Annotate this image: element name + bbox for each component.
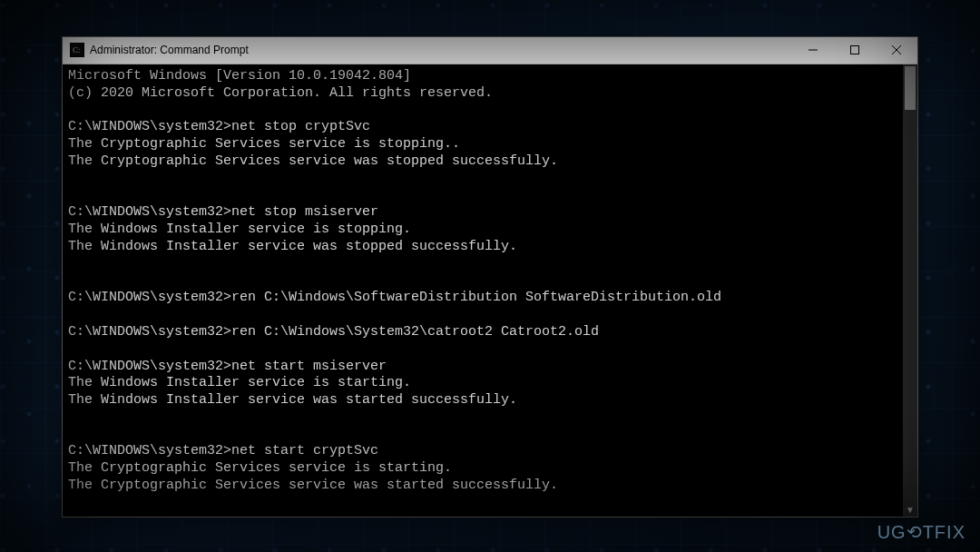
terminal-line: The Cryptographic Services service was s… bbox=[68, 153, 897, 171]
terminal-line: The Windows Installer service was starte… bbox=[68, 392, 897, 409]
window-titlebar[interactable]: C: Administrator: Command Prompt bbox=[63, 37, 917, 64]
terminal-line: C:\WINDOWS\system32>net stop cryptSvc bbox=[68, 119, 897, 136]
terminal-area: Microsoft Windows [Version 10.0.19042.80… bbox=[63, 64, 917, 517]
terminal-line: The Cryptographic Services service is st… bbox=[68, 460, 897, 478]
terminal-line: Microsoft Windows [Version 10.0.19042.80… bbox=[68, 68, 897, 85]
window-title: Administrator: Command Prompt bbox=[90, 44, 249, 56]
terminal-line: (c) 2020 Microsoft Corporation. All righ… bbox=[68, 85, 897, 103]
terminal-line: C:\WINDOWS\system32>net start msiserver bbox=[68, 359, 897, 376]
command-prompt-window: C: Administrator: Command Prompt Microso… bbox=[62, 36, 918, 518]
terminal-line: C:\WINDOWS\system32>ren C:\Windows\Syste… bbox=[68, 324, 897, 341]
terminal-line bbox=[68, 307, 897, 324]
terminal-output[interactable]: Microsoft Windows [Version 10.0.19042.80… bbox=[63, 64, 903, 517]
terminal-line: The Cryptographic Services service was s… bbox=[68, 478, 897, 495]
terminal-line: The Windows Installer service was stoppe… bbox=[68, 239, 897, 256]
minimize-button[interactable] bbox=[792, 37, 834, 64]
svg-text:C:: C: bbox=[73, 45, 81, 54]
scroll-down-arrow-icon[interactable]: ▼ bbox=[903, 502, 917, 517]
terminal-line: C:\WINDOWS\system32>net stop msiserver bbox=[68, 204, 897, 222]
terminal-line bbox=[68, 341, 897, 359]
scrollbar-thumb[interactable] bbox=[905, 66, 916, 110]
terminal-line bbox=[68, 171, 897, 188]
svg-rect-4 bbox=[851, 46, 859, 54]
watermark: UG⟲TFIX bbox=[877, 521, 965, 543]
terminal-line bbox=[68, 188, 897, 205]
terminal-line bbox=[68, 273, 897, 291]
terminal-line: C:\WINDOWS\system32>net start cryptSvc bbox=[68, 443, 897, 460]
terminal-line bbox=[68, 495, 897, 512]
terminal-line bbox=[68, 427, 897, 444]
terminal-line: C:\WINDOWS\system32>ren C:\Windows\Softw… bbox=[68, 290, 897, 307]
terminal-line: The Cryptographic Services service is st… bbox=[68, 136, 897, 153]
window-controls bbox=[792, 37, 917, 64]
terminal-line bbox=[68, 409, 897, 427]
cmd-icon: C: bbox=[70, 43, 84, 57]
terminal-line bbox=[68, 103, 897, 120]
terminal-line: The Windows Installer service is startin… bbox=[68, 375, 897, 392]
scrollbar-track bbox=[903, 64, 917, 517]
maximize-button[interactable] bbox=[834, 37, 876, 64]
vertical-scrollbar[interactable]: ▲ ▼ bbox=[903, 64, 917, 517]
terminal-line: The Windows Installer service is stoppin… bbox=[68, 222, 897, 239]
terminal-line bbox=[68, 256, 897, 273]
close-button[interactable] bbox=[876, 37, 917, 64]
